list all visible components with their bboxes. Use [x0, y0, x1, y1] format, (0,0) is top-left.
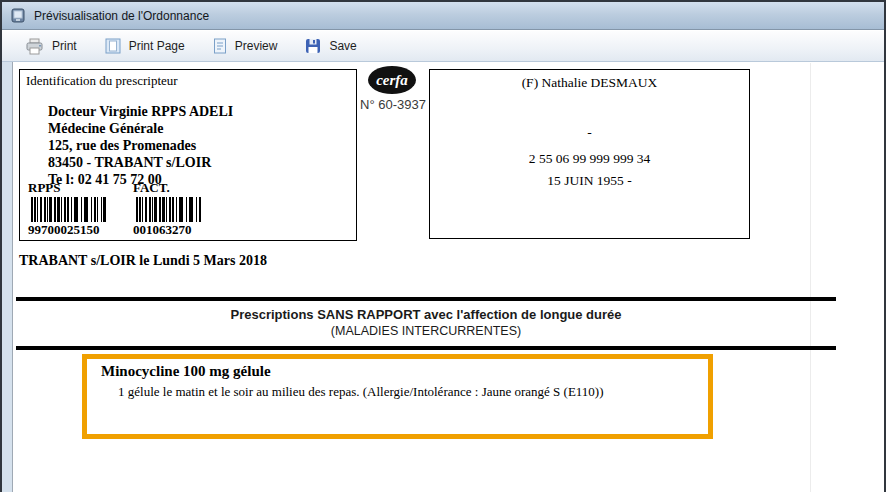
cerfa-number: N° 60-3937	[355, 97, 431, 112]
prescription-preview-window: Prévisualisation de l'Ordonnance Print	[0, 0, 886, 492]
app-icon	[10, 8, 26, 24]
document-icon	[213, 38, 227, 54]
titlebar[interactable]: Prévisualisation de l'Ordonnance	[2, 2, 884, 30]
preview-label: Preview	[235, 39, 278, 53]
patient-dash: -	[430, 125, 749, 141]
page-icon	[105, 38, 121, 54]
save-button[interactable]: Save	[296, 35, 365, 57]
left-frame	[2, 62, 13, 492]
cerfa-logo-text: cerfa	[376, 72, 408, 89]
prescriber-box-title: Identification du prescripteur	[26, 73, 178, 89]
section-divider-top	[16, 297, 836, 301]
prescriber-box: Identification du prescripteur Docteur V…	[19, 69, 357, 241]
window-title: Prévisualisation de l'Ordonnance	[34, 9, 209, 23]
floppy-save-icon	[305, 38, 321, 54]
prescriber-city: 83450 - TRABANT s/LOIR	[48, 154, 233, 171]
prescriber-street: 125, rue des Promenades	[48, 137, 233, 154]
prescription-highlight-box: Minocycline 100 mg gélule 1 gélule le ma…	[82, 354, 713, 439]
print-page-button[interactable]: Print Page	[96, 35, 194, 57]
patient-birthdate: 15 JUIN 1955 -	[430, 173, 749, 189]
section-title: Prescriptions SANS RAPPORT avec l'affect…	[16, 307, 836, 322]
print-button[interactable]: Print	[16, 35, 86, 58]
drug-name: Minocycline 100 mg gélule	[101, 363, 271, 380]
printer-icon	[25, 38, 44, 55]
rpps-number: 99700025150	[28, 222, 100, 238]
save-label: Save	[329, 39, 356, 53]
section-subtitle: (MALADIES INTERCURRENTES)	[16, 324, 836, 338]
page-right-edge	[810, 63, 811, 492]
fact-barcode	[136, 197, 202, 222]
prescriber-details: Docteur Virginie RPPS ADELI Médecine Gén…	[48, 103, 233, 188]
print-label: Print	[52, 39, 77, 53]
patient-name: (F) Nathalie DESMAUX	[430, 75, 749, 91]
rpps-barcode	[31, 197, 106, 222]
print-page-label: Print Page	[129, 39, 185, 53]
section-divider-bottom	[16, 346, 836, 350]
posology-line: 1 gélule le matin et le soir au milieu d…	[118, 384, 604, 400]
toolbar: Print Print Page Preview	[2, 31, 884, 62]
fact-label: FACT.	[133, 180, 170, 196]
prescriber-specialty: Médecine Générale	[48, 120, 233, 137]
preview-button[interactable]: Preview	[204, 35, 287, 57]
rpps-label: RPPS	[28, 180, 61, 196]
prescriber-name: Docteur Virginie RPPS ADELI	[48, 103, 233, 120]
patient-box: (F) Nathalie DESMAUX - 2 55 06 99 999 99…	[429, 69, 750, 239]
patient-nir: 2 55 06 99 999 999 34	[430, 151, 749, 167]
cerfa-logo: cerfa	[368, 66, 416, 94]
fact-number: 001063270	[133, 222, 192, 238]
place-date-line: TRABANT s/LOIR le Lundi 5 Mars 2018	[19, 253, 267, 269]
